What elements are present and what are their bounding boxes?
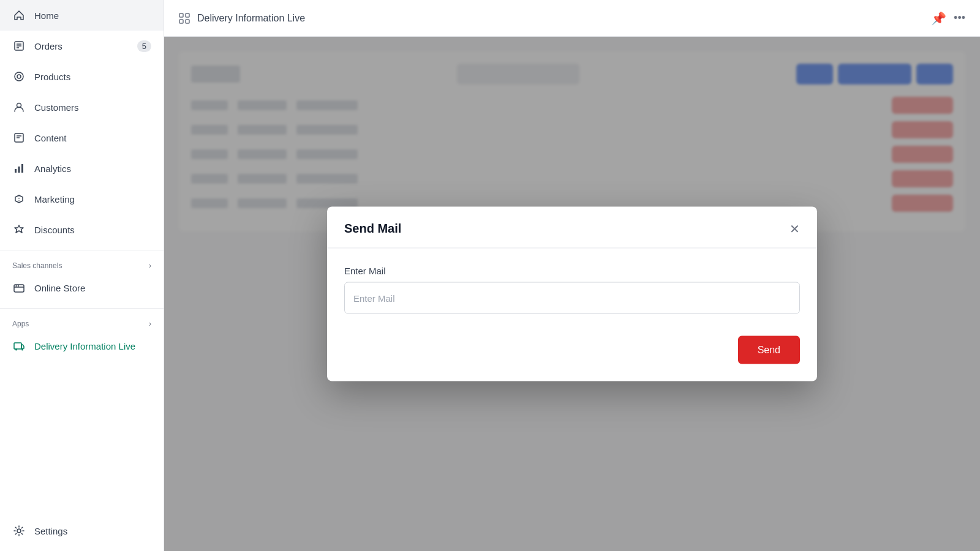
- sidebar-divider-1: [0, 250, 164, 250]
- sidebar-item-products[interactable]: Products: [0, 61, 164, 92]
- svg-rect-11: [18, 167, 20, 173]
- modal-body: Enter Mail: [327, 249, 817, 336]
- svg-point-16: [18, 285, 19, 287]
- svg-rect-17: [14, 343, 21, 349]
- modal-header: Send Mail ✕: [327, 207, 817, 249]
- orders-icon: [12, 39, 26, 53]
- content-icon: [12, 131, 26, 144]
- sidebar-item-analytics[interactable]: Analytics: [0, 153, 164, 184]
- svg-rect-14: [14, 285, 24, 292]
- modal-title: Send Mail: [344, 222, 401, 236]
- products-icon: [12, 70, 26, 83]
- content-area: Send Mail ✕ Enter Mail Send: [164, 37, 980, 551]
- send-button[interactable]: Send: [738, 336, 800, 364]
- sidebar-item-content-label: Content: [34, 133, 67, 143]
- marketing-icon: [12, 192, 26, 206]
- svg-rect-24: [186, 20, 189, 23]
- svg-rect-22: [186, 13, 189, 17]
- svg-rect-10: [15, 169, 17, 173]
- sidebar-item-content[interactable]: Content: [0, 122, 164, 153]
- sidebar-item-orders-label: Orders: [34, 41, 62, 51]
- sidebar-item-discounts[interactable]: Discounts: [0, 214, 164, 245]
- modal-close-button[interactable]: ✕: [790, 222, 800, 234]
- sidebar-item-settings[interactable]: Settings: [0, 515, 164, 546]
- svg-point-20: [17, 529, 21, 533]
- delivery-icon: [12, 339, 26, 353]
- svg-point-18: [15, 349, 17, 351]
- sales-channels-chevron: ›: [149, 261, 151, 270]
- sidebar-item-orders[interactable]: Orders 5: [0, 31, 164, 61]
- orders-badge: 5: [137, 40, 151, 52]
- svg-rect-12: [21, 164, 23, 173]
- sales-channels-section[interactable]: Sales channels ›: [0, 255, 164, 272]
- sidebar-item-marketing[interactable]: Marketing: [0, 184, 164, 214]
- svg-rect-23: [179, 20, 183, 23]
- sidebar-item-products-label: Products: [34, 72, 70, 82]
- online-store-icon: [12, 281, 26, 294]
- svg-point-5: [17, 75, 21, 78]
- sidebar-item-marketing-label: Marketing: [34, 194, 75, 204]
- topbar: Delivery Information Live 📌 •••: [164, 0, 980, 37]
- mail-input[interactable]: [344, 282, 800, 314]
- modal-footer: Send: [327, 336, 817, 381]
- sidebar-item-online-store[interactable]: Online Store: [0, 272, 164, 303]
- sidebar-item-delivery-label: Delivery Information Live: [34, 341, 135, 351]
- sidebar-item-home-label: Home: [34, 10, 59, 21]
- sidebar-divider-2: [0, 308, 164, 309]
- svg-point-19: [21, 349, 23, 351]
- customers-icon: [12, 100, 26, 114]
- sidebar-item-customers-label: Customers: [34, 102, 79, 113]
- sidebar-item-home[interactable]: Home: [0, 0, 164, 31]
- sales-channels-label: Sales channels: [12, 261, 62, 270]
- svg-rect-21: [179, 13, 183, 17]
- topbar-actions: 📌 •••: [931, 11, 965, 26]
- sidebar-item-settings-label: Settings: [34, 526, 67, 536]
- sidebar-item-discounts-label: Discounts: [34, 225, 75, 235]
- sidebar-item-online-store-label: Online Store: [34, 283, 85, 293]
- topbar-grid-icon: [179, 13, 190, 24]
- analytics-icon: [12, 162, 26, 175]
- sidebar-item-delivery[interactable]: Delivery Information Live: [0, 331, 164, 361]
- sidebar: ▲ Home Orders 5 Produc: [0, 0, 164, 551]
- mail-field-label: Enter Mail: [344, 266, 800, 276]
- settings-icon: [12, 524, 26, 538]
- sidebar-item-customers[interactable]: Customers: [0, 92, 164, 122]
- main-content: Delivery Information Live 📌 •••: [164, 0, 980, 551]
- home-icon: [12, 9, 26, 22]
- svg-point-15: [16, 285, 17, 287]
- send-mail-modal: Send Mail ✕ Enter Mail Send: [327, 207, 817, 381]
- more-options-icon[interactable]: •••: [954, 12, 965, 24]
- sidebar-item-analytics-label: Analytics: [34, 163, 71, 174]
- topbar-title: Delivery Information Live: [197, 13, 305, 24]
- apps-chevron: ›: [149, 320, 151, 328]
- discounts-icon: [12, 223, 26, 236]
- svg-point-4: [15, 72, 23, 81]
- apps-label: Apps: [12, 320, 29, 328]
- pin-icon[interactable]: 📌: [931, 11, 946, 26]
- apps-section[interactable]: Apps ›: [0, 313, 164, 331]
